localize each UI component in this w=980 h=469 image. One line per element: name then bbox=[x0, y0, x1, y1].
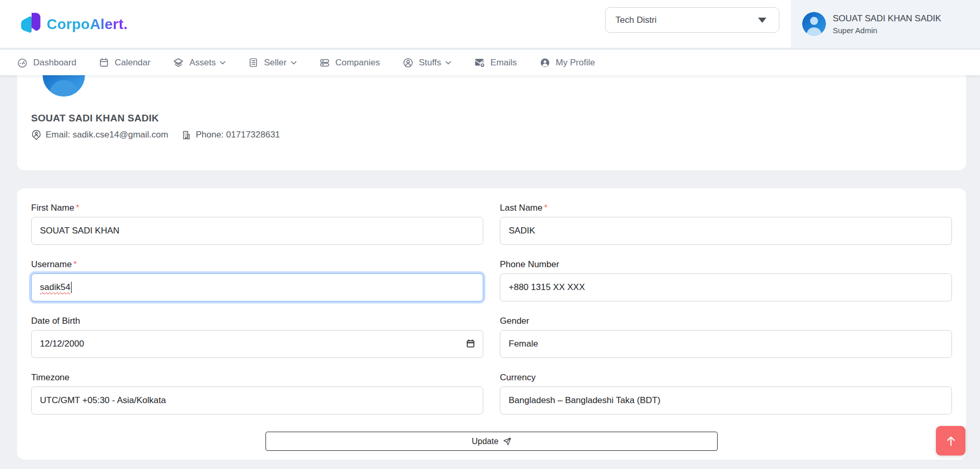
nav-label: My Profile bbox=[556, 58, 595, 68]
last-name-input[interactable] bbox=[500, 217, 952, 245]
header-user-menu[interactable]: SOUAT SADI KHAN SADIK Super Admin bbox=[791, 0, 980, 48]
phone-number-label: Phone Number bbox=[500, 259, 952, 270]
dropdown-arrow-icon bbox=[758, 18, 766, 23]
chevron-down-icon bbox=[291, 61, 297, 65]
nav-item-stuffs[interactable]: Stuffs bbox=[403, 58, 451, 68]
field-timezone: Timezone bbox=[31, 373, 483, 415]
server-icon bbox=[319, 58, 330, 68]
text-caret bbox=[71, 282, 72, 293]
profile-email: Email: sadik.cse14@gmail.com bbox=[31, 130, 168, 140]
username-value: sadik54 bbox=[40, 282, 71, 293]
required-asterisk: * bbox=[73, 259, 77, 269]
dob-input[interactable] bbox=[31, 330, 483, 358]
field-date-of-birth: Date of Birth bbox=[31, 316, 483, 358]
person-pin-icon bbox=[31, 130, 41, 140]
phone-number-input[interactable] bbox=[500, 273, 952, 301]
update-button[interactable]: Update bbox=[265, 432, 718, 451]
nav-item-seller[interactable]: Seller bbox=[248, 58, 296, 68]
update-button-label: Update bbox=[472, 437, 499, 446]
timezone-label: Timezone bbox=[31, 373, 483, 383]
date-picker-icon[interactable] bbox=[466, 339, 475, 348]
header-divider bbox=[0, 48, 980, 50]
main-nav: Dashboard Calendar Assets Seller Compani bbox=[0, 50, 980, 75]
required-asterisk: * bbox=[544, 203, 548, 213]
username-input[interactable]: sadik54 bbox=[31, 273, 483, 301]
nav-label: Seller bbox=[264, 58, 286, 68]
field-first-name: First Name* bbox=[31, 203, 483, 245]
user-role: Super Admin bbox=[833, 26, 941, 35]
nav-label: Stuffs bbox=[419, 58, 441, 68]
nav-item-assets[interactable]: Assets bbox=[173, 58, 226, 68]
profile-email-text: Email: sadik.cse14@gmail.com bbox=[46, 130, 168, 140]
user-name: SOUAT SADI KHAN SADIK bbox=[833, 13, 941, 24]
person-circle-icon bbox=[540, 58, 550, 68]
nav-item-calendar[interactable]: Calendar bbox=[99, 58, 150, 68]
company-select-value: Tech Distri bbox=[615, 15, 656, 25]
profile-phone: Phone: 01717328631 bbox=[181, 130, 280, 140]
envelope-icon bbox=[474, 58, 485, 68]
nav-label: Emails bbox=[491, 58, 517, 68]
nav-label: Assets bbox=[189, 58, 216, 68]
profile-phone-text: Phone: 01717328631 bbox=[195, 130, 280, 140]
first-name-input[interactable] bbox=[31, 217, 483, 245]
nav-label: Calendar bbox=[115, 58, 150, 68]
gender-input[interactable] bbox=[500, 330, 952, 358]
person-badge-icon bbox=[403, 58, 413, 68]
currency-input[interactable] bbox=[500, 387, 952, 415]
field-currency: Currency bbox=[500, 373, 952, 415]
username-label: Username* bbox=[31, 259, 483, 270]
currency-label: Currency bbox=[500, 373, 952, 383]
calendar-icon bbox=[99, 58, 109, 67]
user-meta: SOUAT SADI KHAN SADIK Super Admin bbox=[833, 13, 941, 35]
field-username: Username* sadik54 bbox=[31, 259, 483, 301]
nav-label: Companies bbox=[335, 58, 380, 68]
gender-label: Gender bbox=[500, 316, 952, 326]
profile-contact-row: Email: sadik.cse14@gmail.com Phone: 0171… bbox=[31, 130, 280, 140]
profile-summary-card: SOUAT SADI KHAN SADIK Email: sadik.cse14… bbox=[17, 75, 966, 170]
field-phone-number: Phone Number bbox=[500, 259, 952, 301]
brand-logo-text: CorpoAlert. bbox=[47, 16, 128, 33]
nav-label: Dashboard bbox=[33, 58, 76, 68]
field-gender: Gender bbox=[500, 316, 952, 358]
send-icon bbox=[503, 437, 511, 446]
required-asterisk: * bbox=[76, 203, 79, 213]
scroll-to-top-button[interactable] bbox=[936, 426, 965, 456]
layers-icon bbox=[173, 58, 184, 68]
nav-item-dashboard[interactable]: Dashboard bbox=[17, 58, 76, 68]
field-last-name: Last Name* bbox=[500, 203, 952, 245]
profile-name: SOUAT SADI KHAN SADIK bbox=[31, 113, 159, 124]
chevron-down-icon bbox=[220, 61, 226, 65]
timezone-input[interactable] bbox=[31, 387, 483, 415]
brand-logo[interactable]: CorpoAlert. bbox=[20, 11, 128, 37]
dob-label: Date of Birth bbox=[31, 316, 483, 326]
company-select[interactable]: Tech Distri bbox=[605, 7, 779, 33]
first-name-label: First Name* bbox=[31, 203, 483, 213]
last-name-label: Last Name* bbox=[500, 203, 952, 213]
invoice-icon bbox=[248, 58, 258, 67]
brand-logo-icon bbox=[20, 11, 43, 37]
profile-edit-form: First Name* Last Name* Username* sadik54… bbox=[17, 188, 966, 460]
nav-item-my-profile[interactable]: My Profile bbox=[540, 58, 595, 68]
building-icon bbox=[181, 130, 191, 140]
chevron-down-icon bbox=[445, 61, 451, 65]
arrow-up-icon bbox=[945, 435, 957, 447]
speedometer-icon bbox=[17, 58, 27, 68]
nav-item-emails[interactable]: Emails bbox=[474, 58, 517, 68]
user-avatar bbox=[802, 12, 826, 36]
app-header: CorpoAlert. Tech Distri SOUAT SADI KHAN … bbox=[0, 0, 980, 48]
nav-item-companies[interactable]: Companies bbox=[319, 58, 380, 68]
